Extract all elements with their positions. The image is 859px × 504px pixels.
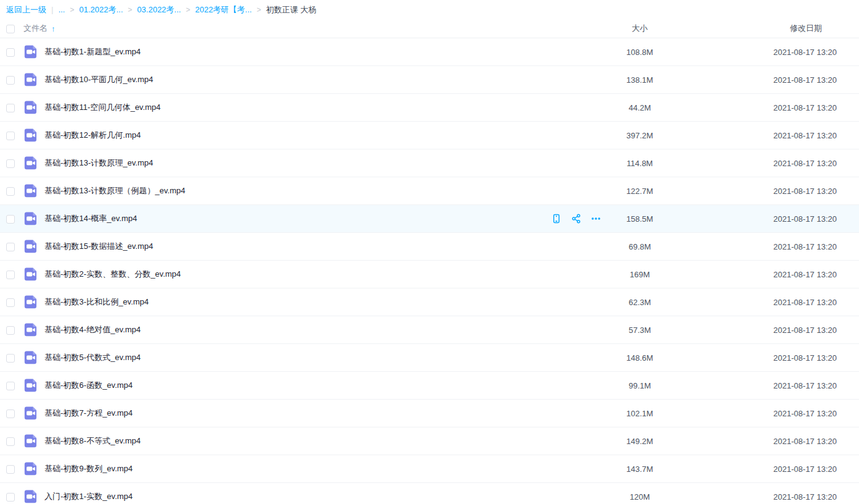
file-name[interactable]: 基础-初数12-解析几何.mp4 <box>44 130 141 140</box>
file-date: 2021-08-17 13:20 <box>674 326 859 335</box>
table-row[interactable]: 基础-初数7-方程_ev.mp4 102.1M 2021-08-17 13:20 <box>0 400 859 427</box>
row-checkbox[interactable] <box>6 132 15 140</box>
file-list: 基础-初数1-新题型_ev.mp4 108.8M 2021-08-17 13:2… <box>0 38 859 504</box>
file-date: 2021-08-17 13:20 <box>674 214 859 224</box>
table-row[interactable]: 基础-初数8-不等式_ev.mp4 149.2M 2021-08-17 13:2… <box>0 427 859 455</box>
row-checkbox[interactable] <box>6 298 15 307</box>
file-name[interactable]: 基础-初数4-绝对值_ev.mp4 <box>44 325 141 334</box>
row-checkbox[interactable] <box>6 104 15 112</box>
file-table-header: 文件名 ↑ 大小 修改日期 <box>0 19 859 38</box>
file-name[interactable]: 基础-初数5-代数式_ev.mp4 <box>44 353 141 362</box>
table-row[interactable]: 基础-初数15-数据描述_ev.mp4 69.8M 2021-08-17 13:… <box>0 233 859 261</box>
file-name[interactable]: 基础-初数13-计数原理_ev.mp4 <box>44 158 153 167</box>
file-size: 149.2M <box>606 437 674 446</box>
row-checkbox-cell <box>0 242 23 251</box>
column-header-size: 大小 <box>606 23 674 34</box>
row-checkbox[interactable] <box>6 187 15 196</box>
row-checkbox-cell <box>0 492 23 502</box>
file-date: 2021-08-17 13:20 <box>674 437 859 446</box>
row-checkbox[interactable] <box>6 159 15 168</box>
sort-ascending-icon[interactable]: ↑ <box>51 24 56 33</box>
table-row[interactable]: 基础-初数9-数列_ev.mp4 143.7M 2021-08-17 13:20 <box>0 455 859 483</box>
file-size: 108.8M <box>606 48 674 57</box>
column-header-filename[interactable]: 文件名 ↑ <box>23 23 538 34</box>
row-checkbox-cell <box>0 214 23 224</box>
more-icon[interactable] <box>591 214 601 224</box>
file-name[interactable]: 基础-初数7-方程_ev.mp4 <box>44 408 133 418</box>
file-name[interactable]: 基础-初数2-实数、整数、分数_ev.mp4 <box>44 269 181 279</box>
file-size: 158.5M <box>606 214 674 224</box>
breadcrumb-items: ...>01.2022考...>03.2022考...>2022考研【考...>… <box>58 4 316 15</box>
table-row[interactable]: 基础-初数3-比和比例_ev.mp4 62.3M 2021-08-17 13:2… <box>0 288 859 316</box>
file-name[interactable]: 基础-初数6-函数_ev.mp4 <box>44 380 133 390</box>
row-checkbox-cell <box>0 158 23 168</box>
table-row[interactable]: 基础-初数13-计数原理_ev.mp4 114.8M 2021-08-17 13… <box>0 149 859 177</box>
row-checkbox[interactable] <box>6 437 15 446</box>
row-checkbox[interactable] <box>6 215 15 224</box>
file-date: 2021-08-17 13:20 <box>674 298 859 307</box>
save-to-device-icon[interactable] <box>551 214 561 224</box>
table-row[interactable]: 基础-初数12-解析几何.mp4 397.2M 2021-08-17 13:20 <box>0 122 859 149</box>
video-file-icon <box>23 44 44 59</box>
row-checkbox[interactable] <box>6 354 15 363</box>
row-checkbox[interactable] <box>6 326 15 335</box>
file-name[interactable]: 基础-初数8-不等式_ev.mp4 <box>44 436 141 445</box>
file-name[interactable]: 基础-初数15-数据描述_ev.mp4 <box>44 242 153 251</box>
file-name[interactable]: 基础-初数13-计数原理（例题）_ev.mp4 <box>44 186 185 195</box>
breadcrumb-back-link[interactable]: 返回上一级 <box>6 4 46 15</box>
video-file-icon <box>23 378 44 393</box>
breadcrumb-divider: | <box>51 5 53 14</box>
video-file-icon <box>23 267 44 282</box>
row-checkbox[interactable] <box>6 76 15 85</box>
video-file-icon <box>23 72 44 87</box>
file-name[interactable]: 基础-初数10-平面几何_ev.mp4 <box>44 75 153 84</box>
table-row[interactable]: 基础-初数14-概率_ev.mp4 <box>0 205 859 233</box>
table-row[interactable]: 基础-初数2-实数、整数、分数_ev.mp4 169M 2021-08-17 1… <box>0 261 859 288</box>
select-all-checkbox[interactable] <box>6 25 15 33</box>
video-file-icon <box>23 489 44 504</box>
file-size: 57.3M <box>606 326 674 335</box>
table-row[interactable]: 基础-初数4-绝对值_ev.mp4 57.3M 2021-08-17 13:20 <box>0 316 859 344</box>
row-checkbox-cell <box>0 47 23 57</box>
file-size: 169M <box>606 270 674 279</box>
row-checkbox[interactable] <box>6 48 15 57</box>
file-name[interactable]: 基础-初数14-概率_ev.mp4 <box>44 214 137 223</box>
file-name[interactable]: 基础-初数3-比和比例_ev.mp4 <box>44 297 149 306</box>
table-row[interactable]: 基础-初数5-代数式_ev.mp4 148.6M 2021-08-17 13:2… <box>0 344 859 372</box>
row-checkbox[interactable] <box>6 493 15 502</box>
file-name[interactable]: 入门-初数1-实数_ev.mp4 <box>44 492 133 501</box>
file-date: 2021-08-17 13:20 <box>674 75 859 85</box>
file-date: 2021-08-17 13:20 <box>674 381 859 390</box>
file-size: 397.2M <box>606 131 674 140</box>
file-size: 114.8M <box>606 159 674 168</box>
file-date: 2021-08-17 13:20 <box>674 242 859 251</box>
row-checkbox[interactable] <box>6 465 15 474</box>
row-checkbox-cell <box>0 297 23 307</box>
row-checkbox[interactable] <box>6 410 15 418</box>
file-date: 2021-08-17 13:20 <box>674 103 859 112</box>
file-name[interactable]: 基础-初数9-数列_ev.mp4 <box>44 464 133 473</box>
breadcrumb-item[interactable]: 2022考研【考... <box>195 4 252 15</box>
breadcrumb-item[interactable]: 01.2022考... <box>79 4 123 15</box>
row-checkbox-cell <box>0 75 23 85</box>
breadcrumb-item[interactable]: 03.2022考... <box>137 4 181 15</box>
breadcrumb-separator: > <box>128 6 132 14</box>
table-row[interactable]: 基础-初数13-计数原理（例题）_ev.mp4 122.7M 2021-08-1… <box>0 177 859 205</box>
row-checkbox-cell <box>0 186 23 196</box>
file-name[interactable]: 基础-初数1-新题型_ev.mp4 <box>44 47 141 56</box>
file-date: 2021-08-17 13:20 <box>674 353 859 363</box>
file-name[interactable]: 基础-初数11-空间几何体_ev.mp4 <box>44 103 161 112</box>
table-row[interactable]: 基础-初数1-新题型_ev.mp4 108.8M 2021-08-17 13:2… <box>0 38 859 66</box>
row-checkbox[interactable] <box>6 243 15 251</box>
breadcrumb-item[interactable]: ... <box>58 5 65 14</box>
row-checkbox[interactable] <box>6 271 15 279</box>
table-row[interactable]: 基础-初数6-函数_ev.mp4 99.1M 2021-08-17 13:20 <box>0 372 859 400</box>
file-date: 2021-08-17 13:20 <box>674 187 859 196</box>
share-icon[interactable] <box>571 214 581 224</box>
video-file-icon <box>23 406 44 421</box>
row-checkbox[interactable] <box>6 382 15 390</box>
table-row[interactable]: 入门-初数1-实数_ev.mp4 120M 2021-08-17 13:20 <box>0 483 859 504</box>
breadcrumb-separator: > <box>70 6 74 14</box>
table-row[interactable]: 基础-初数11-空间几何体_ev.mp4 44.2M 2021-08-17 13… <box>0 94 859 122</box>
table-row[interactable]: 基础-初数10-平面几何_ev.mp4 138.1M 2021-08-17 13… <box>0 66 859 94</box>
